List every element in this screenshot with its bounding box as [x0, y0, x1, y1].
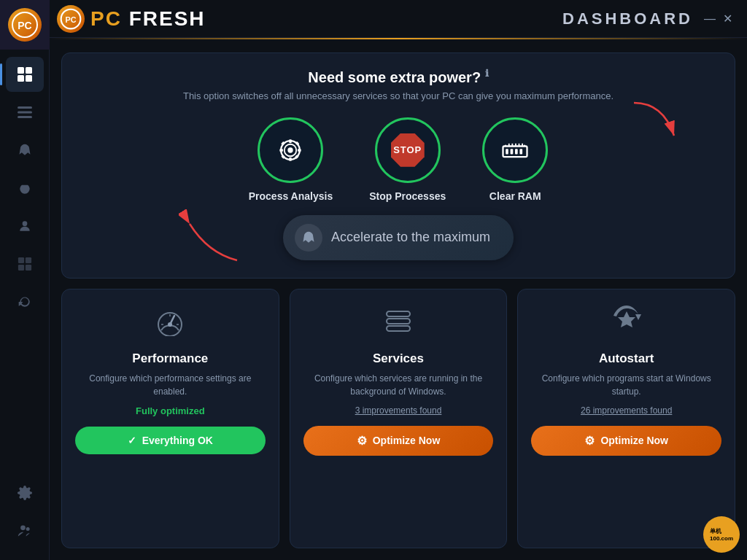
performance-title: Performance [132, 351, 208, 366]
services-gear-icon: ⚙ [357, 434, 367, 448]
app-brand: PC PC FRESH [57, 5, 206, 33]
accelerate-button[interactable]: Accelerate to the maximum [283, 215, 514, 260]
autostart-status[interactable]: 26 improvements found [581, 405, 672, 416]
sidebar-item-modules[interactable] [6, 246, 44, 281]
svg-text:PC: PC [65, 15, 76, 24]
autostart-desc: Configure which programs start at Window… [531, 372, 721, 398]
accelerate-section: Accelerate to the maximum [84, 215, 713, 260]
card-performance: Performance Configure which performance … [61, 289, 279, 548]
card-services: Services Configure which services are ru… [290, 289, 508, 548]
stop-processes-circle: STOP [375, 117, 441, 183]
window-controls: — ✕ [705, 14, 732, 24]
svg-rect-12 [18, 265, 23, 271]
svg-rect-21 [290, 139, 293, 143]
svg-rect-22 [290, 158, 293, 161]
checkmark-icon: ✓ [128, 435, 136, 446]
arrow-to-accelerate [179, 209, 244, 268]
sidebar-nav [6, 50, 44, 475]
services-status[interactable]: 3 improvements found [355, 405, 442, 416]
svg-rect-30 [506, 149, 508, 154]
icon-item-stop-processes[interactable]: STOP Stop Processes [369, 117, 446, 202]
svg-text:PC: PC [18, 20, 31, 31]
page-content: Need some extra power? ℹ This option swi… [50, 41, 747, 560]
performance-desc: Configure which performance settings are… [75, 372, 266, 398]
power-panel-subtitle: This option switches off all unnecessary… [183, 90, 614, 101]
icon-item-clear-ram[interactable]: Clear RAM [482, 117, 548, 202]
svg-rect-31 [511, 149, 514, 154]
svg-rect-50 [387, 326, 410, 331]
services-title: Services [373, 351, 424, 366]
process-analysis-label: Process Analysis [249, 190, 333, 202]
arrow-to-ram [627, 96, 685, 154]
svg-rect-23 [280, 149, 284, 152]
sidebar-logo: PC [0, 0, 50, 50]
clear-ram-label: Clear RAM [489, 190, 541, 202]
svg-rect-48 [387, 311, 410, 316]
svg-point-9 [22, 221, 27, 226]
stop-processes-label: Stop Processes [369, 190, 446, 202]
main-content: PC PC FRESH DASHBOARD — ✕ Need some extr… [50, 0, 747, 560]
autostart-optimize-button[interactable]: ⚙ Optimize Now [531, 426, 721, 456]
power-panel-title: Need some extra power? ℹ [308, 68, 488, 86]
icon-item-process-analysis[interactable]: Process Analysis [249, 117, 333, 202]
svg-rect-7 [18, 112, 32, 114]
svg-rect-5 [26, 75, 32, 82]
svg-rect-6 [18, 106, 32, 109]
svg-rect-24 [298, 149, 302, 152]
svg-point-14 [20, 526, 26, 531]
clear-ram-circle [482, 117, 548, 183]
svg-point-44 [168, 322, 172, 327]
card-autostart: Autostart Configure which programs start… [517, 289, 735, 548]
accelerate-label: Accelerate to the maximum [331, 230, 490, 245]
top-accent-line [50, 38, 747, 39]
autostart-gear-icon: ⚙ [584, 434, 595, 448]
brand-logo-icon: PC [57, 5, 85, 33]
svg-rect-32 [515, 149, 518, 154]
svg-point-15 [26, 527, 29, 531]
sidebar-item-power[interactable] [6, 171, 44, 206]
sidebar-item-restore[interactable] [6, 284, 44, 319]
page-title: DASHBOARD [562, 9, 693, 28]
minimize-button[interactable]: — [705, 14, 715, 24]
sidebar-item-settings[interactable] [6, 475, 44, 510]
sidebar-item-help[interactable] [6, 513, 44, 548]
svg-rect-8 [18, 116, 32, 118]
sidebar: PC [0, 0, 50, 560]
watermark: 单机100.com [703, 516, 740, 553]
info-icon[interactable]: ℹ [485, 68, 489, 79]
services-btn-label: Optimize Now [373, 435, 441, 446]
title-fresh: FRESH [129, 7, 206, 30]
title-pc: PC [90, 7, 129, 30]
performance-ok-button[interactable]: ✓ Everything OK [75, 427, 266, 454]
services-optimize-button[interactable]: ⚙ Optimize Now [303, 426, 494, 456]
services-icon [382, 304, 414, 343]
ok-btn-label: Everything OK [142, 435, 213, 446]
app-title: PC FRESH [90, 7, 206, 31]
services-desc: Configure which services are running in … [303, 372, 494, 398]
close-button[interactable]: ✕ [722, 14, 732, 24]
sidebar-item-list[interactable] [6, 95, 44, 130]
sidebar-item-boost[interactable] [6, 133, 44, 168]
autostart-btn-label: Optimize Now [600, 435, 668, 446]
svg-rect-3 [26, 67, 32, 74]
svg-rect-4 [18, 75, 24, 82]
autostart-icon [611, 304, 643, 343]
sidebar-item-profile[interactable] [6, 209, 44, 244]
svg-rect-13 [25, 265, 31, 271]
cards-row: Performance Configure which performance … [61, 289, 735, 548]
process-analysis-circle [258, 117, 323, 183]
sidebar-bottom [6, 475, 44, 560]
svg-rect-49 [387, 319, 410, 324]
svg-rect-10 [18, 257, 23, 263]
svg-rect-33 [520, 149, 523, 154]
accelerate-icon [295, 224, 322, 252]
performance-status: Fully optimized [136, 405, 205, 416]
svg-rect-11 [25, 257, 31, 263]
topbar-right: DASHBOARD — ✕ [562, 9, 732, 28]
svg-point-19 [288, 147, 293, 152]
svg-rect-2 [18, 67, 24, 74]
power-panel: Need some extra power? ℹ This option swi… [61, 52, 735, 279]
autostart-title: Autostart [599, 351, 654, 366]
sidebar-item-dashboard[interactable] [6, 57, 44, 92]
performance-icon [154, 304, 186, 343]
